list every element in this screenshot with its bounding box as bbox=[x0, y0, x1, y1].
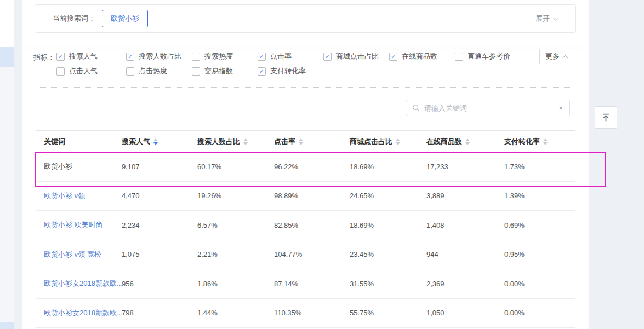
checkbox-icon[interactable] bbox=[192, 53, 200, 61]
value-cell: 0.00% bbox=[504, 309, 575, 317]
metrics-row-1: ✓搜索人气✓搜索人数占比搜索热度✓点击率✓商城点击占比✓在线商品数直通车参考价 bbox=[56, 51, 510, 61]
column-header-点击率[interactable]: 点击率 bbox=[274, 137, 350, 147]
value-cell: 9,107 bbox=[122, 163, 197, 171]
column-label: 商城点击占比 bbox=[350, 137, 392, 147]
checkbox-icon[interactable]: ✓ bbox=[258, 67, 266, 76]
metric-label: 商城点击占比 bbox=[336, 51, 379, 61]
column-header-支付转化率[interactable]: 支付转化率 bbox=[504, 137, 575, 147]
sort-icon[interactable] bbox=[396, 138, 400, 145]
value-cell: 18.69% bbox=[350, 163, 426, 171]
metrics-row-2: 点击人气点击热度交易指数✓支付转化率 bbox=[56, 66, 455, 76]
section-divider bbox=[22, 47, 589, 47]
value-cell: 82.85% bbox=[274, 221, 350, 229]
value-cell: 0.69% bbox=[504, 221, 575, 229]
value-cell: 2,369 bbox=[426, 280, 504, 288]
metric-label: 搜索人数占比 bbox=[139, 51, 181, 61]
value-cell: 60.17% bbox=[197, 163, 274, 171]
sidebar-active-item[interactable] bbox=[0, 47, 14, 67]
checkbox-icon[interactable] bbox=[126, 67, 134, 76]
keyword-cell: 欧货小衫 bbox=[36, 161, 122, 171]
metric-label: 搜索人气 bbox=[69, 51, 98, 61]
search-input[interactable] bbox=[424, 104, 558, 112]
metric-label: 点击热度 bbox=[139, 66, 167, 76]
value-cell: 1.44% bbox=[197, 309, 274, 317]
keyword-cell[interactable]: 欧货小衫 v领 bbox=[36, 191, 122, 201]
table-body: 欧货小衫9,10760.17%96.22%18.69%17,2331.73%欧货… bbox=[36, 152, 575, 328]
sort-asc-arrow bbox=[153, 138, 158, 141]
table-row: 欧货小衫 v领4,47019.26%98.89%24.65%3,8891.39% bbox=[36, 182, 575, 211]
metric-checkbox-交易指数[interactable]: 交易指数 bbox=[192, 66, 258, 76]
metric-label: 直通车参考价 bbox=[468, 51, 510, 61]
value-cell: 1,050 bbox=[426, 309, 504, 317]
sort-icon[interactable] bbox=[543, 138, 548, 145]
sort-desc-arrow bbox=[465, 142, 470, 145]
page: 当前搜索词： 欧货小衫 展开 指标： ✓搜索人气✓搜索人数占比搜索热度✓点击率✓… bbox=[0, 0, 644, 329]
checkbox-icon[interactable] bbox=[56, 67, 65, 76]
column-header-搜索人数占比[interactable]: 搜索人数占比 bbox=[197, 137, 274, 147]
checkbox-icon[interactable]: ✓ bbox=[126, 53, 134, 61]
checkbox-icon[interactable] bbox=[192, 67, 200, 76]
sort-icon[interactable] bbox=[243, 138, 248, 145]
value-cell: 18.69% bbox=[350, 221, 426, 229]
keyword-cell[interactable]: 欧货小衫女2018新款欧... bbox=[36, 308, 122, 318]
metric-checkbox-搜索人数占比[interactable]: ✓搜索人数占比 bbox=[126, 51, 192, 61]
value-cell: 944 bbox=[426, 250, 504, 258]
column-label: 在线商品数 bbox=[426, 137, 462, 147]
value-cell: 19.26% bbox=[197, 192, 274, 200]
sort-icon[interactable] bbox=[153, 138, 158, 145]
value-cell: 24.65% bbox=[350, 192, 426, 200]
expand-toggle[interactable]: 展开 bbox=[535, 14, 557, 24]
value-cell: 6.57% bbox=[197, 221, 274, 229]
sort-asc-arrow bbox=[396, 138, 400, 141]
current-keyword-button[interactable]: 欧货小衫 bbox=[102, 10, 148, 27]
metric-checkbox-直通车参考价[interactable]: 直通车参考价 bbox=[455, 51, 510, 61]
value-cell: 1.39% bbox=[504, 192, 575, 200]
column-header-在线商品数[interactable]: 在线商品数 bbox=[426, 137, 504, 147]
metric-checkbox-搜索热度[interactable]: 搜索热度 bbox=[192, 51, 258, 61]
chevron-down-icon bbox=[553, 15, 558, 20]
metric-checkbox-搜索人气[interactable]: ✓搜索人气 bbox=[56, 51, 126, 61]
sort-icon[interactable] bbox=[299, 138, 303, 145]
metric-checkbox-点击率[interactable]: ✓点击率 bbox=[258, 51, 323, 61]
value-cell: 1,075 bbox=[122, 250, 197, 258]
metric-checkbox-点击热度[interactable]: 点击热度 bbox=[126, 66, 192, 76]
back-to-top-button[interactable] bbox=[595, 106, 617, 129]
keyword-cell[interactable]: 欧货小衫女2018新款欧... bbox=[36, 279, 122, 288]
sort-asc-arrow bbox=[543, 138, 548, 141]
column-header-搜索人气[interactable]: 搜索人气 bbox=[122, 137, 197, 147]
checkbox-icon[interactable]: ✓ bbox=[56, 53, 65, 61]
metric-label: 支付转化率 bbox=[270, 66, 306, 76]
metric-label: 点击人气 bbox=[69, 66, 98, 76]
metric-checkbox-商城点击占比[interactable]: ✓商城点击占比 bbox=[323, 51, 389, 61]
metric-checkbox-在线商品数[interactable]: ✓在线商品数 bbox=[389, 51, 455, 61]
column-label: 支付转化率 bbox=[504, 137, 540, 147]
sort-desc-arrow bbox=[153, 142, 158, 145]
value-cell: 0.95% bbox=[504, 250, 575, 258]
sort-asc-arrow bbox=[299, 138, 303, 141]
value-cell: 87.14% bbox=[274, 280, 350, 288]
metric-label: 搜索热度 bbox=[204, 51, 233, 61]
clear-icon[interactable]: × bbox=[558, 105, 563, 112]
checkbox-icon[interactable] bbox=[455, 53, 463, 61]
sort-asc-arrow bbox=[465, 138, 470, 141]
metric-checkbox-点击人气[interactable]: 点击人气 bbox=[56, 66, 126, 76]
keyword-cell[interactable]: 欧货小衫 欧美时尚 bbox=[36, 220, 122, 230]
value-cell: 31.55% bbox=[350, 280, 426, 288]
metric-checkbox-支付转化率[interactable]: ✓支付转化率 bbox=[258, 66, 323, 76]
value-cell: 23.45% bbox=[350, 250, 426, 258]
sort-desc-arrow bbox=[299, 142, 303, 145]
value-cell: 110.35% bbox=[274, 309, 350, 317]
checkbox-icon[interactable]: ✓ bbox=[389, 53, 397, 61]
value-cell: 956 bbox=[122, 280, 197, 288]
checkbox-icon[interactable]: ✓ bbox=[323, 53, 332, 61]
sidebar-bottom-item bbox=[0, 322, 14, 329]
value-cell: 104.77% bbox=[274, 250, 350, 258]
sort-icon[interactable] bbox=[465, 138, 470, 145]
more-button[interactable]: 更多 bbox=[539, 49, 573, 64]
checkbox-icon[interactable]: ✓ bbox=[258, 53, 266, 61]
table-row: 欧货小衫 v领 宽松1,0752.21%104.77%23.45%9440.95… bbox=[36, 240, 575, 270]
keyword-cell[interactable]: 欧货小衫 v领 宽松 bbox=[36, 250, 122, 259]
column-label: 搜索人数占比 bbox=[197, 137, 240, 147]
sort-desc-arrow bbox=[543, 142, 548, 145]
column-header-商城点击占比[interactable]: 商城点击占比 bbox=[350, 137, 426, 147]
